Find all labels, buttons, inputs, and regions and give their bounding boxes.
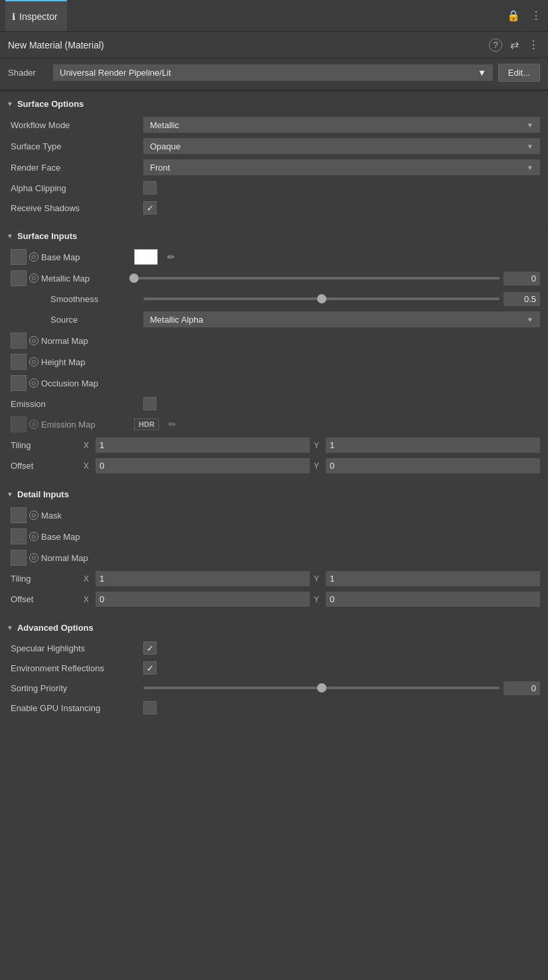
smoothness-value-input[interactable] [504,292,540,306]
smoothness-slider-thumb[interactable] [317,294,326,303]
lock-button[interactable]: 🔒 [506,8,521,23]
enable-gpu-instancing-checkbox[interactable] [143,701,157,714]
base-map-label: Base Map [41,252,134,262]
metallic-value-input[interactable] [504,272,540,286]
surface-tiling-x-input[interactable] [96,438,310,453]
occlusion-map-icon: ⊙ [29,378,38,388]
detail-mask-icon: ⊙ [29,511,38,520]
tiling-y-axis: Y [314,441,322,450]
enable-gpu-instancing-label: Enable GPU Instancing [11,703,143,713]
more-options-button[interactable]: ⋮ [529,8,543,23]
edit-shader-button[interactable]: Edit... [498,64,540,82]
metallic-slider-track[interactable] [134,277,500,280]
render-face-row: Render Face Front ▼ [0,157,548,178]
surface-tiling-label: Tiling [11,440,84,450]
specular-highlights-row: Specular Highlights [0,638,548,658]
detail-mask-thumb[interactable] [11,507,27,523]
occlusion-map-label: Occlusion Map [41,378,134,388]
alpha-clipping-control [143,181,540,195]
source-dropdown[interactable]: Metallic Alpha ▼ [143,311,540,327]
emission-row: Emission [0,394,548,414]
shader-value: Universal Render Pipeline/Lit [60,68,171,78]
smoothness-slider-track[interactable] [143,297,500,300]
workflow-mode-dropdown[interactable]: Metallic ▼ [143,117,540,133]
shader-row: Shader Universal Render Pipeline/Lit ▼ E… [0,58,548,91]
emission-checkbox[interactable] [143,397,157,410]
environment-reflections-label: Environment Reflections [11,663,143,673]
sorting-priority-value-input[interactable] [504,681,540,695]
material-more-button[interactable]: ⋮ [527,37,540,52]
receive-shadows-checkbox[interactable] [143,201,157,214]
occlusion-map-thumb[interactable] [11,375,27,391]
surface-offset-x-input[interactable] [96,458,310,473]
detail-tiling-label: Tiling [11,574,84,584]
normal-map-icon: ⊙ [29,336,38,345]
surface-type-label: Surface Type [11,141,143,151]
detail-normal-map-thumb[interactable] [11,550,27,566]
render-face-arrow: ▼ [527,164,533,171]
surface-type-row: Surface Type Opaque ▼ [0,135,548,157]
occlusion-map-row: ⊙ Occlusion Map [0,372,548,394]
surface-offset-label: Offset [11,461,84,471]
alpha-clipping-checkbox[interactable] [143,181,157,195]
source-row: Source Metallic Alpha ▼ [0,309,548,330]
detail-offset-x-input[interactable] [96,592,310,607]
advanced-options-triangle: ▼ [7,624,13,631]
hdr-badge[interactable]: HDR [134,418,159,430]
base-map-eyedropper-icon[interactable]: ✏ [167,252,175,262]
settings-button[interactable]: ⇄ [509,37,520,52]
detail-base-map-thumb[interactable] [11,529,27,544]
metallic-map-thumb[interactable] [11,270,27,286]
inspector-header-icons: 🔒 ⋮ [506,8,543,23]
normal-map-thumb[interactable] [11,333,27,349]
detail-tiling-x-input[interactable] [96,571,310,586]
detail-tiling-y-input[interactable] [326,571,540,586]
environment-reflections-checkbox[interactable] [143,661,157,675]
environment-reflections-row: Environment Reflections [0,658,548,678]
surface-options-header[interactable]: ▼ Surface Options [0,94,548,114]
specular-highlights-checkbox[interactable] [143,641,157,655]
surface-inputs-section: ▼ Surface Inputs ⊙ Base Map ✏ ⊙ Metallic… [0,226,548,481]
detail-normal-map-label: Normal Map [41,553,134,563]
advanced-options-header[interactable]: ▼ Advanced Options [0,617,548,638]
metallic-map-row: ⊙ Metallic Map [0,268,548,289]
emission-map-thumb[interactable] [11,416,27,432]
detail-inputs-header[interactable]: ▼ Detail Inputs [0,484,548,505]
receive-shadows-label: Receive Shadows [11,203,143,213]
base-map-color-swatch[interactable] [134,249,158,265]
sorting-priority-slider-track[interactable] [143,687,500,689]
base-map-thumb[interactable] [11,249,27,265]
enable-gpu-instancing-row: Enable GPU Instancing [0,698,548,718]
environment-reflections-control [143,661,540,675]
offset-x-axis: X [84,461,92,471]
detail-inputs-section: ▼ Detail Inputs ⊙ Mask ⊙ Base Map ⊙ Norm… [0,484,548,615]
source-control: Metallic Alpha ▼ [143,311,540,327]
detail-offset-y-input[interactable] [326,592,540,607]
height-map-thumb[interactable] [11,354,27,370]
emission-eyedropper-icon[interactable]: ✏ [169,419,176,430]
smoothness-row: Smoothness [0,289,548,309]
surface-offset-y-input[interactable] [326,458,540,473]
workflow-mode-value: Metallic [150,120,179,130]
surface-type-dropdown[interactable]: Opaque ▼ [143,138,540,154]
surface-inputs-header[interactable]: ▼ Surface Inputs [0,226,548,246]
render-face-dropdown[interactable]: Front ▼ [143,159,540,175]
surface-tiling-y-input[interactable] [326,438,540,453]
detail-normal-map-row: ⊙ Normal Map [0,547,548,568]
inspector-tab[interactable]: ℹ Inspector [5,0,67,31]
detail-inputs-title: Detail Inputs [17,489,69,499]
detail-offset-label: Offset [11,594,84,604]
receive-shadows-control [143,201,540,214]
specular-highlights-control [143,641,540,655]
sorting-priority-slider-thumb[interactable] [317,683,326,693]
shader-dropdown[interactable]: Universal Render Pipeline/Lit ▼ [53,64,493,81]
smoothness-label: Smoothness [11,294,143,304]
surface-type-value: Opaque [150,141,180,151]
metallic-slider-thumb[interactable] [129,274,139,283]
detail-tiling-fields: X Y [84,571,540,586]
advanced-options-section: ▼ Advanced Options Specular Highlights E… [0,617,548,723]
smoothness-slider-container [143,292,540,306]
detail-base-map-icon: ⊙ [29,532,38,541]
surface-inputs-title: Surface Inputs [17,231,77,241]
help-button[interactable]: ? [489,39,502,52]
